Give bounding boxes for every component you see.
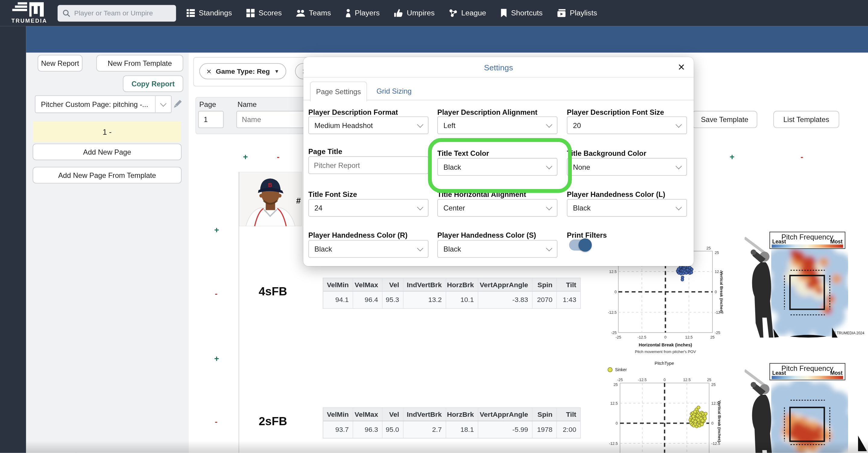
page-title-input[interactable] — [308, 157, 428, 174]
add-new-page-from-template-button[interactable]: Add New Page From Template — [33, 167, 182, 183]
new-from-template-button[interactable]: New From Template — [96, 55, 183, 72]
pitch-metrics-table: VelMinVelMaxVelIndVertBrkHorzBrkVertAppr… — [323, 407, 581, 438]
nav-item-teams[interactable]: Teams — [296, 9, 331, 17]
nav-label: Scores — [258, 9, 282, 17]
scatter-point — [681, 278, 684, 281]
table-header-cell: Tilt — [557, 408, 580, 421]
tick-label: 25 — [614, 382, 618, 387]
field-label: Player Handedness Color (L) — [567, 190, 665, 199]
standings-icon — [187, 9, 195, 17]
tab-page-settings[interactable]: Page Settings — [310, 82, 367, 102]
player-description-alignment-select[interactable]: Left — [437, 116, 557, 134]
legend-label: Sinker — [615, 368, 627, 372]
player-handedness-color-s-select[interactable]: Black — [437, 240, 557, 258]
table-value-cell: 1:43 — [557, 291, 580, 308]
table-value-cell: 13.2 — [404, 291, 446, 308]
chevron-down-icon — [546, 121, 552, 128]
filter-chip-game-type[interactable]: × Game Type: Reg ▼ — [199, 63, 286, 79]
page-column-label: Page — [199, 100, 216, 109]
tick-label: 0 — [663, 377, 665, 382]
chevron-down-icon — [417, 121, 424, 128]
plate-marks — [745, 324, 848, 339]
page-number-input[interactable] — [198, 111, 223, 128]
add-column-button[interactable]: + — [243, 152, 248, 161]
new-from-template-label: New From Template — [108, 59, 172, 67]
table-value-cell: 94.1 — [323, 291, 353, 308]
remove-column-button[interactable]: - — [801, 152, 803, 161]
print-filters-toggle[interactable] — [569, 239, 590, 251]
scale-max-label: Most — [830, 370, 843, 376]
table-header-cell: IndVertBrk — [404, 278, 446, 291]
list-templates-button[interactable]: List Templates — [773, 111, 839, 128]
field-label: Print Filters — [567, 231, 607, 239]
select-value: Black — [573, 204, 591, 212]
svg-text:B: B — [268, 182, 272, 188]
modal-title: Settings — [303, 63, 694, 72]
title-background-color-select[interactable]: None — [567, 158, 687, 176]
nav-item-scores[interactable]: Scores — [246, 9, 282, 17]
search-icon — [62, 9, 70, 17]
remove-row-button[interactable]: - — [215, 417, 217, 426]
save-template-button[interactable]: Save Template — [692, 111, 757, 128]
nav-item-league[interactable]: League — [449, 9, 486, 17]
nav-item-standings[interactable]: Standings — [187, 9, 232, 17]
tick-label: -25 — [616, 335, 621, 339]
nav-item-shortcuts[interactable]: Shortcuts — [501, 9, 543, 17]
title-font-size-select[interactable]: 24 — [308, 199, 428, 217]
tick-label: -25 — [715, 330, 720, 335]
nav-item-umpires[interactable]: Umpires — [394, 9, 435, 17]
batter-silhouette — [745, 234, 783, 339]
trumedia-logo-icon — [12, 2, 46, 17]
table-header-cell: VelMin — [323, 278, 353, 291]
report-select[interactable]: Pitcher Custom Page: pitching -... — [35, 95, 172, 113]
tick-label: -12.5 — [609, 441, 618, 446]
trumedia-logo[interactable]: TRUMEDIA — [5, 2, 53, 24]
new-report-button[interactable]: New Report — [38, 55, 83, 72]
player-description-format-select[interactable]: Medium Headshot — [308, 116, 428, 134]
add-new-page-from-template-label: Add New Page From Template — [58, 171, 156, 179]
table-header-cell: IndVertBrk — [404, 408, 446, 421]
close-icon[interactable]: × — [678, 60, 685, 74]
bookmark-icon — [501, 9, 507, 17]
global-search[interactable]: Player or Team or Umpire — [58, 5, 176, 22]
nav-item-players[interactable]: Players — [345, 9, 380, 17]
select-value: 24 — [315, 204, 323, 212]
chip-dropdown-icon[interactable]: ▼ — [274, 68, 279, 74]
pitch-frequency-heatmap-sinker: Pitch Frequency Least Most — [745, 360, 848, 453]
table-header-cell: VertApprAngle — [478, 278, 533, 291]
scores-icon — [246, 9, 255, 17]
report-select-value: Pitcher Custom Page: pitching -... — [41, 100, 148, 108]
remove-row-button[interactable]: - — [215, 289, 217, 298]
field-label: Player Handedness Color (R) — [308, 231, 407, 239]
tab-label: Grid Sizing — [376, 87, 412, 95]
heatmap-legend: Pitch Frequency Least Most — [769, 363, 845, 380]
plot-caption: Pitch movement from pitcher's POV — [635, 349, 696, 354]
add-new-page-button[interactable]: Add New Page — [33, 143, 182, 160]
color-scale-bar — [772, 376, 843, 379]
tick-label: -12.5 — [638, 335, 646, 339]
brand-name: TRUMEDIA — [5, 18, 53, 24]
page-badge[interactable]: 1 - — [33, 121, 181, 142]
player-handedness-color-l-select[interactable]: Black — [567, 199, 687, 217]
scatter-point — [690, 271, 693, 274]
copy-report-button[interactable]: Copy Report — [123, 76, 183, 92]
search-placeholder: Player or Team or Umpire — [74, 9, 153, 17]
player-description-font-size-select[interactable]: 20 — [567, 116, 687, 134]
player-handedness-color-r-select[interactable]: Black — [308, 240, 428, 258]
title-text-color-select[interactable]: Black — [437, 158, 557, 176]
remove-column-button[interactable]: - — [277, 152, 280, 161]
scatter-point — [686, 268, 689, 271]
tab-grid-sizing[interactable]: Grid Sizing — [376, 82, 412, 100]
add-row-button[interactable]: + — [214, 353, 219, 363]
add-column-button[interactable]: + — [730, 152, 734, 161]
add-row-button[interactable]: + — [214, 225, 219, 234]
pitch-label-4sfb: 4sFB — [254, 285, 292, 298]
remove-filter-icon[interactable]: × — [207, 66, 211, 76]
select-value: Medium Headshot — [315, 121, 373, 130]
nav-item-playlists[interactable]: Playlists — [557, 9, 597, 17]
tick-label: 0 — [616, 421, 618, 426]
title-horizontal-alignment-select[interactable]: Center — [437, 199, 557, 217]
edit-pencil-icon[interactable] — [172, 99, 183, 110]
umpires-icon — [394, 9, 403, 17]
field-label: Player Handedness Color (S) — [437, 231, 536, 239]
